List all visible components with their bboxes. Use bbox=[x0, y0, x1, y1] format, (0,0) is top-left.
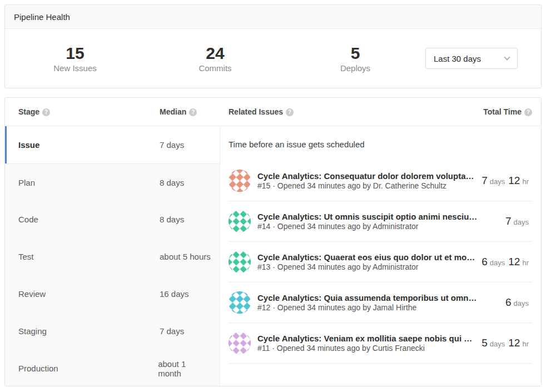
avatar bbox=[229, 210, 251, 232]
column-header-total-time: Total Time? bbox=[483, 107, 532, 116]
issue-opened-text: Opened 34 minutes ago by bbox=[277, 222, 371, 231]
avatar bbox=[229, 332, 251, 354]
issue-body: Cycle Analytics: Quia assumenda temporib… bbox=[257, 293, 499, 312]
meta-separator: · bbox=[272, 222, 275, 231]
issue-opened-text: Opened 34 minutes ago by bbox=[277, 344, 370, 353]
help-icon[interactable]: ? bbox=[189, 108, 197, 116]
issue-total-time: 6days12hr bbox=[482, 256, 532, 268]
stage-row-test[interactable]: Test about 5 hours bbox=[5, 238, 220, 275]
issue-title-link[interactable]: Cycle Analytics: Veniam ex mollitia saep… bbox=[257, 334, 475, 343]
table-header-left: Stage? Median? bbox=[5, 107, 220, 116]
issue-opened-text: Opened 34 minutes ago by bbox=[277, 181, 371, 190]
column-header-related-issues: Related Issues? bbox=[229, 107, 294, 116]
stage-median: 8 days bbox=[160, 178, 184, 187]
issue-ref-link[interactable]: #12 bbox=[257, 303, 270, 312]
stat-new-issues: 15 New Issues bbox=[5, 44, 145, 73]
issue-title-link[interactable]: Cycle Analytics: Quaerat eos eius quo do… bbox=[257, 252, 475, 262]
stage-row-code[interactable]: Code 8 days bbox=[5, 201, 220, 238]
table-header: Stage? Median? Related Issues? Total Tim… bbox=[5, 98, 541, 126]
issue-list-item: Cycle Analytics: Quaerat eos eius quo do… bbox=[229, 242, 532, 282]
stat-label: New Issues bbox=[5, 63, 145, 73]
column-header-median: Median? bbox=[160, 107, 197, 116]
stage-row-production[interactable]: Production about 1 month bbox=[5, 350, 220, 386]
issue-author-link[interactable]: Curtis Franecki bbox=[373, 344, 425, 353]
avatar bbox=[229, 251, 251, 273]
stat-label: Deploys bbox=[285, 63, 425, 73]
stage-description: Time before an issue gets scheduled bbox=[220, 126, 541, 161]
pipeline-health-panel: Pipeline Health 15 New Issues 24 Commits… bbox=[4, 4, 542, 88]
stage-name: Staging bbox=[18, 326, 160, 336]
stat-value: 15 bbox=[5, 44, 145, 62]
issue-list-item: Cycle Analytics: Consequatur dolor dolor… bbox=[229, 161, 532, 201]
issue-list-item: Cycle Analytics: Quia assumenda temporib… bbox=[229, 282, 532, 323]
stage-median: about 1 month bbox=[158, 359, 211, 378]
stage-median: 16 days bbox=[160, 289, 189, 299]
issue-opened-text: Opened 34 minutes ago by bbox=[277, 262, 371, 271]
stage-name: Test bbox=[18, 252, 160, 261]
stage-median: 8 days bbox=[160, 215, 184, 224]
stat-deploys: 5 Deploys bbox=[285, 44, 425, 73]
issue-author-link[interactable]: Dr. Catherine Schultz bbox=[373, 181, 446, 190]
issue-title-link[interactable]: Cycle Analytics: Consequatur dolor dolor… bbox=[257, 171, 475, 181]
table-content: Issue 7 days Plan 8 days Code 8 days Tes… bbox=[5, 126, 541, 386]
chevron-down-icon bbox=[504, 54, 510, 60]
issue-ref-link[interactable]: #13 bbox=[257, 262, 270, 271]
stat-value: 5 bbox=[285, 44, 425, 62]
issue-ref-link[interactable]: #11 bbox=[257, 344, 270, 353]
issue-body: Cycle Analytics: Veniam ex mollitia saep… bbox=[257, 334, 475, 353]
stats-row: 15 New Issues 24 Commits 5 Deploys Last … bbox=[5, 29, 541, 88]
stage-median: about 5 hours bbox=[160, 252, 211, 261]
help-icon[interactable]: ? bbox=[524, 108, 532, 116]
avatar bbox=[229, 291, 251, 314]
issue-opened-text: Opened 34 minutes ago by bbox=[277, 303, 371, 312]
stat-label: Commits bbox=[145, 63, 285, 73]
stage-row-plan[interactable]: Plan 8 days bbox=[5, 163, 220, 201]
issue-meta: #15 · Opened 34 minutes ago by Dr. Cathe… bbox=[257, 181, 446, 190]
page: Pipeline Health 15 New Issues 24 Commits… bbox=[0, 0, 546, 391]
panel-title: Pipeline Health bbox=[5, 5, 541, 29]
stage-row-issue[interactable]: Issue 7 days bbox=[5, 126, 220, 163]
stage-name: Review bbox=[18, 289, 160, 299]
issue-meta: #12 · Opened 34 minutes ago by Jamal Hir… bbox=[257, 303, 416, 312]
meta-separator: · bbox=[272, 262, 275, 271]
stat-commits: 24 Commits bbox=[145, 44, 285, 73]
issue-total-time: 6days bbox=[505, 296, 532, 309]
issue-ref-link[interactable]: #15 bbox=[257, 181, 270, 190]
meta-separator: · bbox=[272, 344, 275, 353]
stat-value: 24 bbox=[145, 44, 285, 62]
help-icon[interactable]: ? bbox=[286, 108, 294, 116]
issue-author-link[interactable]: Jamal Hirthe bbox=[373, 303, 417, 312]
issue-author-link[interactable]: Administrator bbox=[373, 222, 418, 231]
cycle-analytics-panel: Stage? Median? Related Issues? Total Tim… bbox=[4, 97, 542, 386]
issue-total-time: 7days12hr bbox=[482, 175, 532, 187]
issue-author-link[interactable]: Administrator bbox=[373, 262, 418, 271]
issue-ref-link[interactable]: #14 bbox=[257, 222, 270, 231]
issue-body: Cycle Analytics: Consequatur dolor dolor… bbox=[257, 171, 475, 191]
column-header-stage: Stage? bbox=[18, 107, 160, 116]
issue-body: Cycle Analytics: Ut omnis suscipit optio… bbox=[257, 212, 499, 231]
stage-median: 7 days bbox=[160, 140, 184, 150]
stage-column: Issue 7 days Plan 8 days Code 8 days Tes… bbox=[5, 126, 220, 386]
issue-body: Cycle Analytics: Quaerat eos eius quo do… bbox=[257, 252, 475, 272]
issue-title-link[interactable]: Cycle Analytics: Quia assumenda temporib… bbox=[257, 293, 499, 302]
stage-row-staging[interactable]: Staging 7 days bbox=[5, 312, 220, 350]
issue-meta: #14 · Opened 34 minutes ago by Administr… bbox=[257, 222, 419, 231]
stage-name: Plan bbox=[18, 178, 160, 187]
avatar bbox=[229, 170, 251, 192]
issue-total-time: 7days bbox=[505, 215, 532, 227]
issue-meta: #13 · Opened 34 minutes ago by Administr… bbox=[257, 262, 419, 271]
stage-name: Code bbox=[18, 215, 160, 224]
meta-separator: · bbox=[272, 181, 275, 190]
stage-name: Production bbox=[18, 364, 158, 373]
stage-name: Issue bbox=[18, 140, 160, 150]
date-range-dropdown[interactable]: Last 30 days bbox=[425, 48, 518, 69]
issue-total-time: 5days12hr bbox=[482, 337, 532, 349]
issue-list-item: Cycle Analytics: Veniam ex mollitia saep… bbox=[229, 323, 532, 364]
stage-row-review[interactable]: Review 16 days bbox=[5, 275, 220, 312]
issue-list-item: Cycle Analytics: Ut omnis suscipit optio… bbox=[229, 201, 532, 242]
stage-median: 7 days bbox=[160, 326, 184, 336]
meta-separator: · bbox=[272, 303, 275, 312]
issue-title-link[interactable]: Cycle Analytics: Ut omnis suscipit optio… bbox=[257, 212, 499, 221]
help-icon[interactable]: ? bbox=[42, 108, 50, 116]
issue-meta: #11 · Opened 34 minutes ago by Curtis Fr… bbox=[257, 344, 425, 353]
